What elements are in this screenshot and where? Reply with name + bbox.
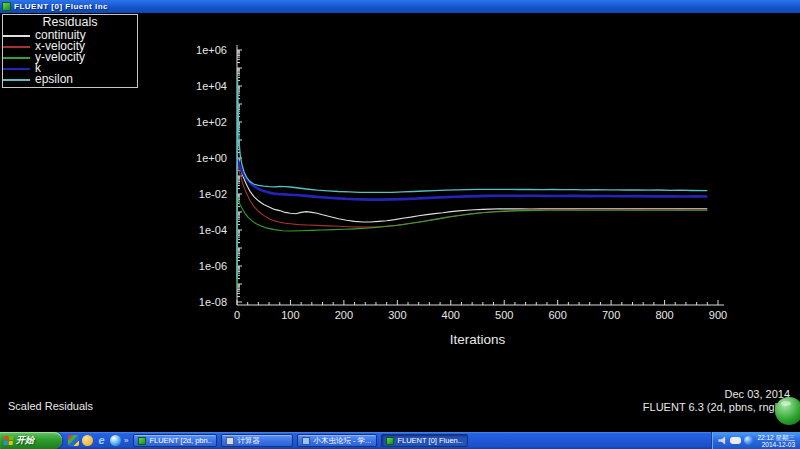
y-tick-label: 1e+00	[196, 152, 227, 164]
y-velocity-swatch	[3, 57, 30, 59]
series-epsilon-line	[237, 77, 707, 278]
clock-date: 2014-12-03	[762, 441, 795, 448]
windows-flag-icon	[4, 436, 14, 445]
taskbar-button-label: 小木虫论坛 - 学...	[313, 436, 371, 446]
legend-item-epsilon: epsilon	[3, 74, 137, 85]
fluent-app-icon	[2, 2, 11, 11]
task-buttons: FLUENT [2d, pbn...计算器小木虫论坛 - 学...FLUENT …	[133, 434, 711, 447]
browser-ball-icon[interactable]	[110, 435, 121, 446]
legend-items: continuityx-velocityy-velocitykepsilon	[3, 30, 137, 85]
taskbar-button-label: 计算器	[237, 436, 260, 446]
graphics-area: 1e+061e+041e+021e+001e-021e-041e-061e-08…	[0, 13, 800, 432]
app-version: FLUENT 6.3 (2d, pbns, rngke)	[643, 401, 790, 414]
green-ball-widget[interactable]	[775, 397, 800, 425]
x-tick-label: 700	[602, 309, 620, 321]
x-tick-label: 100	[281, 309, 299, 321]
epsilon-swatch	[3, 79, 30, 81]
taskbar-button-fluent-0[interactable]: FLUENT [2d, pbn...	[133, 434, 217, 447]
start-button[interactable]: 开始	[0, 432, 62, 449]
fluent-icon	[138, 437, 146, 445]
fluent-icon	[386, 437, 394, 445]
network-icon[interactable]	[744, 436, 753, 445]
continuity-swatch	[3, 35, 30, 37]
tray-icons	[718, 436, 753, 445]
x-tick-label: 300	[388, 309, 406, 321]
window-title: FLUENT [0] Fluent Inc	[14, 2, 108, 11]
y-tick-label: 1e-02	[199, 188, 227, 200]
y-tick-label: 1e+06	[196, 44, 227, 56]
taskbar-button-webpage-2[interactable]: 小木虫论坛 - 学...	[297, 434, 377, 447]
y-tick-label: 1e-06	[199, 260, 227, 272]
legend-label: y-velocity	[35, 52, 85, 63]
y-tick-label: 1e-04	[199, 224, 227, 236]
media-player-icon[interactable]	[68, 435, 79, 446]
legend-item-y-velocity: y-velocity	[3, 52, 137, 63]
taskbar-button-label: FLUENT [0] Fluen...	[397, 436, 463, 445]
webpage-icon	[302, 437, 310, 445]
y-tick-label: 1e+04	[196, 80, 227, 92]
clock-time: 22:12 星期三	[757, 434, 795, 441]
taskbar-button-fluent-3[interactable]: FLUENT [0] Fluen...	[381, 434, 468, 447]
x-velocity-swatch	[3, 46, 30, 48]
y-tick-label: 1e-08	[199, 296, 227, 308]
legend-title: Residuals	[3, 16, 137, 28]
x-tick-label: 800	[655, 309, 673, 321]
taskbar-button-calculator-1[interactable]: 计算器	[221, 434, 293, 447]
series-x-velocity-line	[237, 162, 707, 227]
messenger-icon[interactable]	[82, 435, 93, 446]
series-k-line	[237, 159, 707, 200]
plot-caption: Scaled Residuals	[8, 400, 93, 412]
legend-label: epsilon	[35, 74, 73, 85]
quick-launch: e»	[62, 435, 133, 446]
ie-icon[interactable]: e	[96, 435, 107, 446]
x-tick-label: 500	[495, 309, 513, 321]
tray-clock[interactable]: 22:12 星期三 2014-12-03	[757, 434, 797, 448]
plot-footer: Dec 03, 2014 FLUENT 6.3 (2d, pbns, rngke…	[643, 388, 790, 414]
legend-box: Residuals continuityx-velocityy-velocity…	[2, 14, 138, 88]
x-tick-label: 400	[442, 309, 460, 321]
x-tick-label: 0	[234, 309, 240, 321]
volume-icon[interactable]	[718, 436, 727, 445]
quick-launch-overflow-chevron[interactable]: »	[124, 435, 128, 446]
ime-pill-icon[interactable]	[730, 437, 741, 444]
taskbar: 开始 e» FLUENT [2d, pbn...计算器小木虫论坛 - 学...F…	[0, 432, 800, 449]
start-button-label: 开始	[16, 434, 34, 447]
x-tick-label: 600	[548, 309, 566, 321]
k-swatch	[3, 68, 30, 70]
x-axis-title: Iterations	[450, 332, 506, 347]
y-tick-label: 1e+02	[196, 116, 227, 128]
plot-date: Dec 03, 2014	[643, 388, 790, 401]
x-tick-label: 200	[335, 309, 353, 321]
title-bar[interactable]: FLUENT [0] Fluent Inc	[0, 0, 800, 13]
taskbar-button-label: FLUENT [2d, pbn...	[149, 436, 212, 445]
calculator-icon	[226, 437, 234, 445]
desktop: FLUENT [0] Fluent Inc 1e+061e+041e+021e+…	[0, 0, 800, 449]
x-tick-label: 900	[709, 309, 727, 321]
system-tray: 22:12 星期三 2014-12-03	[711, 432, 800, 449]
